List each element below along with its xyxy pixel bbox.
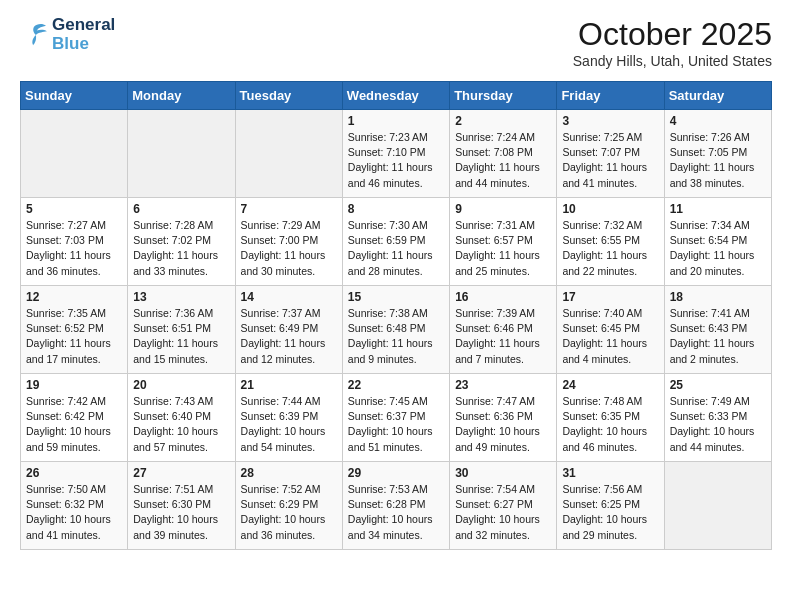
col-saturday: Saturday (664, 82, 771, 110)
calendar-row-1: 1Sunrise: 7:23 AM Sunset: 7:10 PM Daylig… (21, 110, 772, 198)
day-info: Sunrise: 7:39 AM Sunset: 6:46 PM Dayligh… (455, 306, 551, 367)
day-info: Sunrise: 7:34 AM Sunset: 6:54 PM Dayligh… (670, 218, 766, 279)
day-info: Sunrise: 7:48 AM Sunset: 6:35 PM Dayligh… (562, 394, 658, 455)
day-number: 12 (26, 290, 122, 304)
day-number: 20 (133, 378, 229, 392)
day-info: Sunrise: 7:54 AM Sunset: 6:27 PM Dayligh… (455, 482, 551, 543)
calendar-cell (664, 462, 771, 550)
day-info: Sunrise: 7:30 AM Sunset: 6:59 PM Dayligh… (348, 218, 444, 279)
calendar-cell: 5Sunrise: 7:27 AM Sunset: 7:03 PM Daylig… (21, 198, 128, 286)
calendar-cell: 3Sunrise: 7:25 AM Sunset: 7:07 PM Daylig… (557, 110, 664, 198)
day-info: Sunrise: 7:52 AM Sunset: 6:29 PM Dayligh… (241, 482, 337, 543)
day-number: 3 (562, 114, 658, 128)
calendar-cell: 26Sunrise: 7:50 AM Sunset: 6:32 PM Dayli… (21, 462, 128, 550)
day-info: Sunrise: 7:50 AM Sunset: 6:32 PM Dayligh… (26, 482, 122, 543)
calendar-cell: 31Sunrise: 7:56 AM Sunset: 6:25 PM Dayli… (557, 462, 664, 550)
day-number: 27 (133, 466, 229, 480)
calendar-cell: 19Sunrise: 7:42 AM Sunset: 6:42 PM Dayli… (21, 374, 128, 462)
calendar-table: Sunday Monday Tuesday Wednesday Thursday… (20, 81, 772, 550)
calendar-cell: 8Sunrise: 7:30 AM Sunset: 6:59 PM Daylig… (342, 198, 449, 286)
day-info: Sunrise: 7:44 AM Sunset: 6:39 PM Dayligh… (241, 394, 337, 455)
calendar-cell: 11Sunrise: 7:34 AM Sunset: 6:54 PM Dayli… (664, 198, 771, 286)
calendar-cell: 21Sunrise: 7:44 AM Sunset: 6:39 PM Dayli… (235, 374, 342, 462)
day-number: 31 (562, 466, 658, 480)
day-number: 2 (455, 114, 551, 128)
calendar-cell: 18Sunrise: 7:41 AM Sunset: 6:43 PM Dayli… (664, 286, 771, 374)
month-title: October 2025 (573, 16, 772, 53)
day-info: Sunrise: 7:53 AM Sunset: 6:28 PM Dayligh… (348, 482, 444, 543)
day-number: 14 (241, 290, 337, 304)
calendar-cell: 9Sunrise: 7:31 AM Sunset: 6:57 PM Daylig… (450, 198, 557, 286)
header-row: Sunday Monday Tuesday Wednesday Thursday… (21, 82, 772, 110)
day-number: 4 (670, 114, 766, 128)
logo-text: General Blue (52, 16, 115, 53)
calendar-cell: 29Sunrise: 7:53 AM Sunset: 6:28 PM Dayli… (342, 462, 449, 550)
day-info: Sunrise: 7:27 AM Sunset: 7:03 PM Dayligh… (26, 218, 122, 279)
calendar-cell: 10Sunrise: 7:32 AM Sunset: 6:55 PM Dayli… (557, 198, 664, 286)
calendar-cell: 24Sunrise: 7:48 AM Sunset: 6:35 PM Dayli… (557, 374, 664, 462)
title-block: October 2025 Sandy Hills, Utah, United S… (573, 16, 772, 69)
calendar-cell: 12Sunrise: 7:35 AM Sunset: 6:52 PM Dayli… (21, 286, 128, 374)
col-monday: Monday (128, 82, 235, 110)
col-tuesday: Tuesday (235, 82, 342, 110)
calendar-cell (235, 110, 342, 198)
calendar-row-5: 26Sunrise: 7:50 AM Sunset: 6:32 PM Dayli… (21, 462, 772, 550)
logo: General Blue (20, 16, 115, 53)
day-info: Sunrise: 7:47 AM Sunset: 6:36 PM Dayligh… (455, 394, 551, 455)
day-info: Sunrise: 7:41 AM Sunset: 6:43 PM Dayligh… (670, 306, 766, 367)
day-info: Sunrise: 7:38 AM Sunset: 6:48 PM Dayligh… (348, 306, 444, 367)
day-info: Sunrise: 7:24 AM Sunset: 7:08 PM Dayligh… (455, 130, 551, 191)
calendar-body: 1Sunrise: 7:23 AM Sunset: 7:10 PM Daylig… (21, 110, 772, 550)
day-info: Sunrise: 7:45 AM Sunset: 6:37 PM Dayligh… (348, 394, 444, 455)
day-info: Sunrise: 7:28 AM Sunset: 7:02 PM Dayligh… (133, 218, 229, 279)
day-info: Sunrise: 7:31 AM Sunset: 6:57 PM Dayligh… (455, 218, 551, 279)
col-wednesday: Wednesday (342, 82, 449, 110)
calendar-cell: 13Sunrise: 7:36 AM Sunset: 6:51 PM Dayli… (128, 286, 235, 374)
day-info: Sunrise: 7:35 AM Sunset: 6:52 PM Dayligh… (26, 306, 122, 367)
day-number: 24 (562, 378, 658, 392)
day-number: 10 (562, 202, 658, 216)
day-number: 26 (26, 466, 122, 480)
calendar-cell (21, 110, 128, 198)
day-number: 8 (348, 202, 444, 216)
calendar-cell: 27Sunrise: 7:51 AM Sunset: 6:30 PM Dayli… (128, 462, 235, 550)
day-info: Sunrise: 7:26 AM Sunset: 7:05 PM Dayligh… (670, 130, 766, 191)
day-number: 9 (455, 202, 551, 216)
day-number: 5 (26, 202, 122, 216)
calendar-cell: 2Sunrise: 7:24 AM Sunset: 7:08 PM Daylig… (450, 110, 557, 198)
day-number: 30 (455, 466, 551, 480)
day-info: Sunrise: 7:36 AM Sunset: 6:51 PM Dayligh… (133, 306, 229, 367)
day-number: 19 (26, 378, 122, 392)
day-info: Sunrise: 7:25 AM Sunset: 7:07 PM Dayligh… (562, 130, 658, 191)
day-number: 29 (348, 466, 444, 480)
calendar-cell: 1Sunrise: 7:23 AM Sunset: 7:10 PM Daylig… (342, 110, 449, 198)
calendar-cell: 25Sunrise: 7:49 AM Sunset: 6:33 PM Dayli… (664, 374, 771, 462)
day-info: Sunrise: 7:42 AM Sunset: 6:42 PM Dayligh… (26, 394, 122, 455)
day-number: 16 (455, 290, 551, 304)
calendar-cell: 30Sunrise: 7:54 AM Sunset: 6:27 PM Dayli… (450, 462, 557, 550)
day-info: Sunrise: 7:43 AM Sunset: 6:40 PM Dayligh… (133, 394, 229, 455)
day-number: 28 (241, 466, 337, 480)
day-number: 7 (241, 202, 337, 216)
calendar-cell: 14Sunrise: 7:37 AM Sunset: 6:49 PM Dayli… (235, 286, 342, 374)
day-number: 11 (670, 202, 766, 216)
col-thursday: Thursday (450, 82, 557, 110)
day-info: Sunrise: 7:37 AM Sunset: 6:49 PM Dayligh… (241, 306, 337, 367)
day-number: 17 (562, 290, 658, 304)
day-info: Sunrise: 7:51 AM Sunset: 6:30 PM Dayligh… (133, 482, 229, 543)
day-number: 18 (670, 290, 766, 304)
calendar-cell: 4Sunrise: 7:26 AM Sunset: 7:05 PM Daylig… (664, 110, 771, 198)
day-number: 21 (241, 378, 337, 392)
day-number: 23 (455, 378, 551, 392)
calendar-cell: 7Sunrise: 7:29 AM Sunset: 7:00 PM Daylig… (235, 198, 342, 286)
day-number: 6 (133, 202, 229, 216)
calendar-cell: 23Sunrise: 7:47 AM Sunset: 6:36 PM Dayli… (450, 374, 557, 462)
calendar-cell: 20Sunrise: 7:43 AM Sunset: 6:40 PM Dayli… (128, 374, 235, 462)
calendar-cell: 17Sunrise: 7:40 AM Sunset: 6:45 PM Dayli… (557, 286, 664, 374)
calendar-header: Sunday Monday Tuesday Wednesday Thursday… (21, 82, 772, 110)
day-info: Sunrise: 7:40 AM Sunset: 6:45 PM Dayligh… (562, 306, 658, 367)
day-info: Sunrise: 7:23 AM Sunset: 7:10 PM Dayligh… (348, 130, 444, 191)
day-info: Sunrise: 7:29 AM Sunset: 7:00 PM Dayligh… (241, 218, 337, 279)
calendar-cell (128, 110, 235, 198)
location: Sandy Hills, Utah, United States (573, 53, 772, 69)
